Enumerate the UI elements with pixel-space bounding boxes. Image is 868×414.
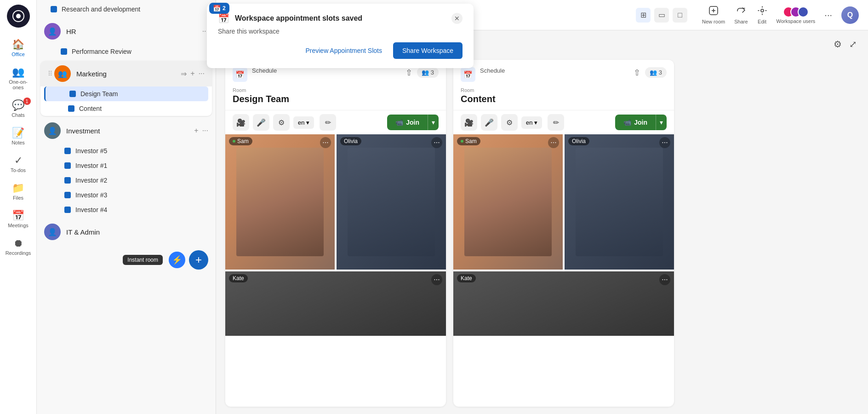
video-label-olivia-2: Olivia — [568, 137, 589, 145]
nav-item-files[interactable]: 📁 Files — [2, 178, 34, 204]
video-label-sam-2: Sam — [457, 137, 480, 145]
mic-button-1[interactable]: 🎤 — [253, 114, 269, 131]
share-action[interactable]: Share — [734, 6, 748, 24]
user-count-2: 3 — [659, 69, 662, 76]
workspace-users-action[interactable]: Workspace users — [777, 6, 816, 24]
create-room-button[interactable]: + — [189, 250, 208, 270]
marketing-group-name: Marketing — [76, 70, 181, 78]
investment-more-icon[interactable]: ··· — [202, 126, 208, 135]
video-grid-2: Sam ··· Olivia ··· — [453, 134, 674, 407]
ws-room-investor5[interactable]: Investor #5 — [40, 144, 212, 158]
nav-item-notes[interactable]: 📝 Notes — [2, 123, 34, 149]
ws-room-investor1[interactable]: Investor #1 — [40, 158, 212, 173]
nav-item-one-on-ones[interactable]: 👥 One-on-ones — [2, 63, 34, 94]
window-view-icon[interactable]: □ — [673, 8, 687, 23]
room-name-2: Content — [453, 94, 674, 110]
camera-button-2[interactable]: 🎥 — [461, 114, 477, 131]
mic-button-2[interactable]: 🎤 — [481, 114, 497, 131]
nav-label-recordings: Recordings — [6, 250, 31, 256]
ws-room-investor3[interactable]: Investor #3 — [40, 188, 212, 202]
video-more-sam-2[interactable]: ··· — [548, 137, 559, 148]
new-room-action[interactable]: New room — [702, 6, 725, 24]
chats-badge: 1 — [23, 98, 31, 105]
room-dot — [64, 207, 71, 213]
meetings-icon: 📅 — [12, 210, 24, 222]
tab-settings-button[interactable]: ⚙ — [832, 37, 844, 52]
room-share-button-2[interactable]: ⇧ — [634, 68, 640, 78]
hr-avatar: 👤 — [44, 23, 61, 40]
edit-action[interactable]: Edit — [757, 6, 767, 24]
instant-room-button[interactable]: ⚡ — [169, 252, 185, 268]
room-label-1: Room — [225, 87, 446, 93]
create-tooltip: Instant room — [123, 255, 163, 265]
sidebar-view-icon[interactable]: ▭ — [654, 8, 669, 23]
more-options-button[interactable]: ··· — [824, 10, 832, 20]
nav-item-recordings[interactable]: ⏺ Recordings — [2, 234, 34, 259]
nav-label-chats: Chats — [11, 112, 25, 118]
lang-select-2[interactable]: en ▾ — [521, 116, 542, 129]
ws-room-investor2[interactable]: Investor #2 — [40, 173, 212, 188]
ws-group-header-marketing[interactable]: ⠿ 👥 Marketing ⇒ + ··· — [40, 61, 212, 86]
investment-avatar: 👤 — [44, 122, 61, 139]
toast-header: 📅 Workspace appointment slots saved ✕ — [218, 13, 463, 24]
join-arrow-button-2[interactable]: ▾ — [656, 115, 667, 130]
video-more-kate-1[interactable]: ··· — [431, 274, 442, 285]
join-arrow-button-1[interactable]: ▾ — [428, 115, 439, 130]
hr-group-name: HR — [66, 28, 202, 35]
lang-select-1[interactable]: en ▾ — [293, 116, 314, 129]
marketing-share-icon[interactable]: ⇒ — [181, 69, 187, 78]
marketing-more-icon[interactable]: ··· — [199, 69, 205, 78]
video-more-sam-1[interactable]: ··· — [320, 137, 331, 148]
investment-add-icon[interactable]: + — [194, 126, 198, 135]
ws-group-header-hr[interactable]: 👤 HR ··· — [37, 18, 216, 44]
ws-room-performance[interactable]: Performance Review — [37, 44, 216, 59]
ws-group-header-investment[interactable]: 👤 Investment + ··· — [37, 118, 216, 144]
video-more-olivia-1[interactable]: ··· — [431, 137, 442, 148]
edit-button-2[interactable]: ✏ — [548, 114, 564, 131]
schedule-label-2: Schedule — [480, 67, 505, 74]
room-share-button-1[interactable]: ⇧ — [405, 68, 412, 78]
join-button-wrap-1: 📹 Schedule Join ▾ — [387, 115, 439, 130]
nav-item-chats[interactable]: 1 💬 Chats — [2, 96, 34, 121]
room-name: Design Team — [80, 90, 118, 98]
toast-title: Workspace appointment slots saved — [235, 14, 446, 23]
video-cell-sam-2: Sam ··· — [453, 134, 563, 270]
toast-close-button[interactable]: ✕ — [451, 13, 463, 24]
ws-room-design-team[interactable]: Design Team — [44, 86, 208, 101]
video-cell-kate-1: Kate ··· — [225, 271, 446, 336]
grid-view-icon[interactable]: ⊞ — [636, 8, 651, 23]
ws-room-investor4[interactable]: Investor #4 — [40, 202, 212, 217]
room-dot — [64, 148, 71, 154]
participant-video-sam-1 — [225, 134, 335, 270]
nav-item-to-dos[interactable]: ✓ To-dos — [2, 151, 34, 177]
tab-expand-button[interactable]: ⤢ — [847, 37, 859, 52]
nav-item-meetings[interactable]: 📅 Meetings — [2, 206, 34, 232]
preview-appointment-button[interactable]: Preview Appointment Slots — [300, 43, 388, 58]
video-more-kate-2[interactable]: ··· — [659, 274, 670, 285]
settings-button-2[interactable]: ⚙ — [501, 114, 518, 131]
ws-group-header-it-admin[interactable]: 👤 IT & Admin — [37, 219, 216, 245]
investment-group-name: Investment — [66, 127, 194, 135]
toast-calendar-icon: 📅 — [218, 13, 229, 24]
settings-button-1[interactable]: ⚙ — [273, 114, 290, 131]
camera-button-1[interactable]: 🎥 — [233, 114, 249, 131]
participant-video-kate-2 — [453, 271, 674, 336]
join-button-1[interactable]: 📹 Schedule Join — [387, 115, 428, 130]
ws-room-research-dev[interactable]: Research and development — [37, 2, 216, 17]
nav-item-office[interactable]: 🏠 Office — [2, 35, 34, 61]
files-icon: 📁 — [12, 182, 24, 194]
ws-room-content[interactable]: Content — [44, 101, 208, 116]
app-logo[interactable] — [7, 5, 30, 28]
share-icon — [736, 6, 746, 18]
ws-bottom-actions: Instant room ⚡ + — [37, 247, 216, 273]
share-workspace-button[interactable]: Share Workspace — [393, 42, 463, 59]
video-label-kate-1: Kate — [229, 274, 248, 282]
user-avatar[interactable]: Q — [841, 6, 859, 24]
video-cell-sam-1: Sam ··· — [225, 134, 335, 270]
toast-actions: Preview Appointment Slots Share Workspac… — [218, 42, 463, 59]
chats-icon: 💬 — [12, 99, 24, 111]
edit-button-1[interactable]: ✏ — [320, 114, 336, 131]
join-button-2[interactable]: 📹 Join — [615, 115, 656, 130]
video-more-olivia-2[interactable]: ··· — [659, 137, 670, 148]
marketing-add-icon[interactable]: + — [190, 69, 194, 78]
